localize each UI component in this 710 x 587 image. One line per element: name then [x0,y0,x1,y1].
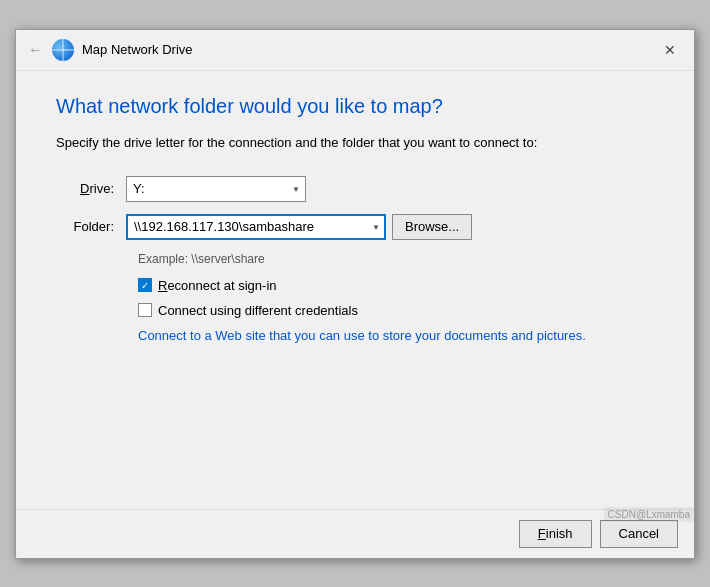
reconnect-checkbox[interactable]: ✓ [138,278,152,292]
dialog-footer: Finish Cancel [16,509,694,558]
drive-select[interactable]: Y: Z: X: [126,176,306,202]
dialog-title: Map Network Drive [82,42,193,57]
description-text: Specify the drive letter for the connect… [56,134,654,152]
folder-label: Folder: [56,219,126,234]
credentials-row: Connect using different credentials [138,303,654,318]
folder-input[interactable] [126,214,386,240]
watermark: CSDN@Lxmamba [604,507,694,522]
drive-select-wrapper: Y: Z: X: [126,176,306,202]
reconnect-row: ✓ Reconnect at sign-in [138,278,654,293]
credentials-checkbox[interactable] [138,303,152,317]
cancel-button[interactable]: Cancel [600,520,678,548]
finish-button[interactable]: Finish [519,520,592,548]
web-site-link[interactable]: Connect to a Web site that you can use t… [138,328,586,343]
map-network-drive-dialog: ← Map Network Drive ✕ What network folde… [15,29,695,559]
web-link-row: Connect to a Web site that you can use t… [138,328,654,343]
back-button[interactable]: ← [28,41,44,59]
example-text: Example: \\server\share [138,252,654,266]
title-bar: ← Map Network Drive ✕ [16,30,694,71]
drive-label: Drive: [56,181,126,196]
folder-input-wrapper: Browse... [126,214,472,240]
browse-button[interactable]: Browse... [392,214,472,240]
reconnect-label: Reconnect at sign-in [158,278,277,293]
close-button[interactable]: ✕ [658,38,682,62]
folder-input-container [126,214,386,240]
dialog-content: What network folder would you like to ma… [16,71,694,509]
main-question: What network folder would you like to ma… [56,95,654,118]
drive-row: Drive: Y: Z: X: [56,176,654,202]
title-bar-left: ← Map Network Drive [28,39,193,61]
network-globe-icon [52,39,74,61]
credentials-label: Connect using different credentials [158,303,358,318]
folder-row: Folder: Browse... [56,214,654,240]
